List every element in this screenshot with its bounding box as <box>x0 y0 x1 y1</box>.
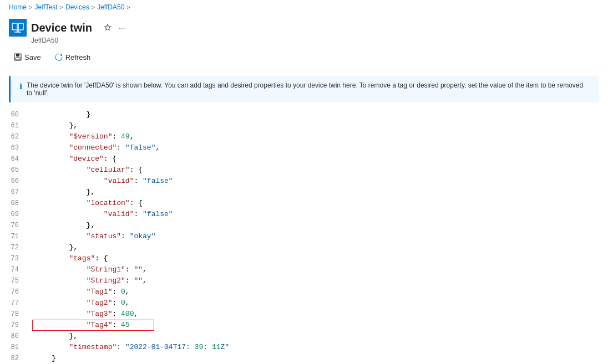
line-number: 65 <box>0 165 23 176</box>
line-number: 77 <box>0 298 23 309</box>
table-row: 79 "Tag4": 45 <box>0 320 608 331</box>
info-banner: ℹ The device twin for 'JeffDA50' is show… <box>9 76 599 102</box>
line-content: "timestamp": "2022-01-04T17: 39: 11Z" <box>32 342 608 353</box>
save-label: Save <box>24 53 41 61</box>
breadcrumb-sep-3: > <box>92 4 95 11</box>
save-icon <box>13 53 22 61</box>
line-content: }, <box>32 242 608 253</box>
refresh-label: Refresh <box>65 53 91 61</box>
editor-container[interactable]: 60 }61 },62 "$version": 49,63 "connected… <box>0 109 608 364</box>
table-row: 74 "String1": "", <box>0 264 608 275</box>
table-row: 70 }, <box>0 220 608 231</box>
line-gutter <box>23 131 32 142</box>
breadcrumb-jefftest[interactable]: JeffTest <box>34 3 57 11</box>
line-number: 82 <box>0 353 23 364</box>
line-content: "status": "okay" <box>32 231 608 242</box>
line-content: "connected": "false", <box>32 142 608 153</box>
page-header: Device twin ··· JeffDA50 <box>0 14 608 47</box>
line-content: "cellular": { <box>32 165 608 176</box>
line-number: 68 <box>0 198 23 209</box>
line-number: 61 <box>0 120 23 131</box>
line-gutter <box>23 176 32 187</box>
device-twin-icon <box>9 19 27 37</box>
line-number: 75 <box>0 275 23 286</box>
line-content: } <box>32 109 608 120</box>
favorite-button[interactable] <box>101 21 114 34</box>
line-number: 66 <box>0 176 23 187</box>
line-number: 70 <box>0 220 23 231</box>
breadcrumb-jeffda50[interactable]: JeffDA50 <box>97 3 124 11</box>
table-row: 61 }, <box>0 120 608 131</box>
line-number: 78 <box>0 309 23 320</box>
line-gutter <box>23 198 32 209</box>
table-row: 73 "tags": { <box>0 253 608 264</box>
info-icon: ℹ <box>19 82 22 91</box>
table-row: 80 }, <box>0 331 608 342</box>
table-row: 65 "cellular": { <box>0 165 608 176</box>
line-content: "$version": 49, <box>32 131 608 142</box>
line-gutter <box>23 342 32 353</box>
toolbar: Save Refresh <box>0 47 608 69</box>
breadcrumb-sep-4: > <box>126 4 130 11</box>
line-number: 71 <box>0 231 23 242</box>
line-content: "Tag2": 0, <box>32 298 608 309</box>
table-row: 69 "valid": "false" <box>0 209 608 220</box>
line-gutter <box>23 320 32 331</box>
more-options-button[interactable]: ··· <box>116 21 128 34</box>
svg-rect-7 <box>16 58 20 60</box>
line-number: 67 <box>0 187 23 198</box>
line-gutter <box>23 187 32 198</box>
table-row: 64 "device": { <box>0 153 608 165</box>
line-number: 81 <box>0 342 23 353</box>
table-row: 60 } <box>0 109 608 120</box>
line-content: "valid": "false" <box>32 209 608 220</box>
table-row: 75 "String2": "", <box>0 275 608 286</box>
line-number: 74 <box>0 264 23 275</box>
page-title: Device twin <box>31 22 92 34</box>
line-number: 60 <box>0 109 23 120</box>
line-content: }, <box>32 120 608 131</box>
line-number: 80 <box>0 331 23 342</box>
line-gutter <box>23 331 32 342</box>
info-banner-text: The device twin for 'JeffDA50' is shown … <box>27 81 590 97</box>
line-gutter <box>23 242 32 253</box>
breadcrumb-devices[interactable]: Devices <box>65 3 89 11</box>
line-gutter <box>23 109 32 120</box>
line-gutter <box>23 264 32 275</box>
line-gutter <box>23 209 32 220</box>
table-row: 66 "valid": "false" <box>0 176 608 187</box>
line-gutter <box>23 275 32 286</box>
line-gutter <box>23 309 32 320</box>
line-gutter <box>23 286 32 298</box>
refresh-icon <box>54 53 63 61</box>
line-content: }, <box>32 220 608 231</box>
svg-rect-1 <box>18 23 23 30</box>
table-row: 82 } <box>0 353 608 364</box>
line-number: 73 <box>0 253 23 264</box>
table-row: 67 }, <box>0 187 608 198</box>
line-number: 63 <box>0 142 23 153</box>
line-number: 69 <box>0 209 23 220</box>
line-content: } <box>32 353 608 364</box>
svg-rect-0 <box>12 23 17 30</box>
line-gutter <box>23 353 32 364</box>
table-row: 77 "Tag2": 0, <box>0 298 608 309</box>
line-content: "location": { <box>32 198 608 209</box>
table-row: 81 "timestamp": "2022-01-04T17: 39: 11Z" <box>0 342 608 353</box>
line-content: "Tag3": 400, <box>32 309 608 320</box>
line-number: 62 <box>0 131 23 142</box>
line-number: 72 <box>0 242 23 253</box>
line-content: "String2": "", <box>32 275 608 286</box>
breadcrumb-sep-1: > <box>29 4 32 11</box>
refresh-button[interactable]: Refresh <box>50 50 95 64</box>
line-gutter <box>23 142 32 153</box>
breadcrumb-home[interactable]: Home <box>9 3 27 11</box>
table-row: 72 }, <box>0 242 608 253</box>
line-content: "device": { <box>32 153 608 165</box>
line-gutter <box>23 120 32 131</box>
table-row: 78 "Tag3": 400, <box>0 309 608 320</box>
breadcrumb-sep-2: > <box>60 4 63 11</box>
ellipsis-icon: ··· <box>119 23 125 32</box>
line-content: "String1": "", <box>32 264 608 275</box>
save-button[interactable]: Save <box>9 50 45 64</box>
